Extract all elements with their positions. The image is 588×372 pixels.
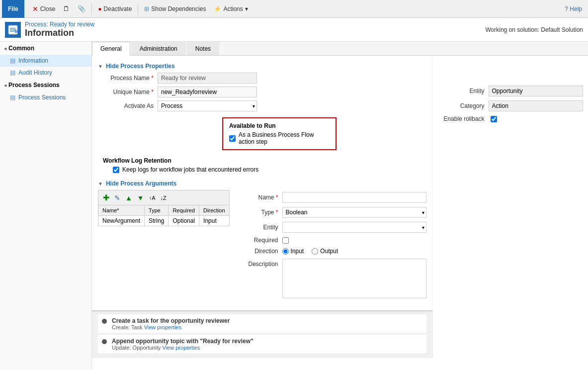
- sidebar: ◂ Common ▤ Information ▤ Audit History ◂…: [0, 42, 92, 370]
- arg-type-select[interactable]: Boolean DateTime Decimal Entity EntityCo…: [282, 207, 426, 218]
- args-table-area: ✚ ✎ ▲ ▼ ↑A ↓Z: [98, 190, 230, 302]
- arg-description-label: Description: [238, 259, 282, 268]
- activate-as-select[interactable]: Process Process Template: [158, 100, 257, 111]
- arg-entity-select[interactable]: [282, 222, 426, 233]
- table-row[interactable]: NewArgument String Optional Input: [98, 216, 230, 226]
- category-label: Category: [439, 102, 489, 109]
- tab-general[interactable]: General: [92, 42, 130, 56]
- page-icon: [5, 22, 21, 38]
- actions-button[interactable]: ⚡ Actions ▾: [210, 3, 252, 14]
- workflow-log-checkbox-row: Keep logs for workflow jobs that encount…: [113, 166, 426, 173]
- enable-rollback-label: Enable rollback: [439, 115, 489, 122]
- arg-direction-cell: Input: [199, 216, 229, 226]
- sidebar-item-audit-history[interactable]: ▤ Audit History: [0, 67, 91, 79]
- toolbar: File ✕ Close 🗒 📎 ● Deactivate ⊞ Show Dep…: [0, 0, 588, 18]
- direction-input-radio[interactable]: [282, 248, 289, 255]
- separator-2: [138, 3, 138, 15]
- arg-name-cell: NewArgument: [98, 216, 145, 226]
- bottom-section: Create a task for the opportunity review…: [92, 310, 432, 358]
- actions-icon: ⚡: [214, 5, 221, 12]
- args-up-button[interactable]: ▲: [124, 193, 134, 202]
- view-properties-link[interactable]: View properties: [144, 324, 182, 330]
- page-header: Process: Ready for review Information Wo…: [0, 18, 588, 42]
- deps-icon: ⊞: [144, 5, 149, 12]
- sub-entity: Opportunity: [133, 345, 161, 351]
- audit-icon: ▤: [10, 69, 15, 76]
- direction-output-radio[interactable]: [312, 248, 318, 255]
- left-col: ▼ Hide Process Properties Process Name *: [92, 56, 432, 358]
- view-properties-link[interactable]: View properties: [163, 345, 200, 351]
- args-edit-button[interactable]: ✎: [113, 193, 122, 202]
- args-sort-desc-button[interactable]: ↓Z: [159, 194, 168, 201]
- tab-notes[interactable]: Notes: [187, 42, 219, 55]
- sidebar-process-sessions-header[interactable]: ◂ Process Sessions: [0, 79, 91, 92]
- unique-name-label: Unique Name *: [98, 89, 158, 95]
- args-col-direction: Direction: [199, 205, 229, 216]
- arg-name-row: Name *: [238, 192, 426, 203]
- args-area: ✚ ✎ ▲ ▼ ↑A ↓Z: [98, 190, 426, 302]
- tab-administration[interactable]: Administration: [131, 42, 186, 55]
- process-name-input[interactable]: [158, 73, 257, 84]
- arg-description-textarea[interactable]: [282, 259, 426, 298]
- sub-entity: Task: [131, 324, 143, 330]
- direction-input-label[interactable]: Input: [282, 248, 304, 255]
- bullet-dot: [102, 339, 107, 344]
- args-col-name: Name*: [98, 205, 145, 216]
- enable-rollback-checkbox[interactable]: [491, 116, 497, 122]
- arg-name-input[interactable]: [282, 192, 426, 203]
- show-dependencies-button[interactable]: ⊞ Show Dependencies: [140, 3, 210, 14]
- args-add-button[interactable]: ✚: [101, 192, 111, 203]
- process-name-required: *: [151, 75, 154, 82]
- arg-required-checkbox[interactable]: [282, 237, 289, 244]
- direction-output-label[interactable]: Output: [312, 248, 338, 255]
- unique-name-input[interactable]: [158, 87, 257, 97]
- page-title: Information: [25, 28, 94, 38]
- bottom-item-content: Create a task for the opportunity review…: [112, 317, 422, 330]
- sub-type: Create:: [112, 324, 130, 330]
- deactivate-button[interactable]: ● Deactivate: [94, 3, 136, 14]
- file-button[interactable]: File: [2, 0, 24, 18]
- help-button[interactable]: ? Help: [565, 5, 586, 12]
- arg-direction-label: Direction: [238, 248, 282, 255]
- sidebar-item-information[interactable]: ▤ Information: [0, 55, 91, 67]
- chevron-ps-icon: ◂: [4, 83, 6, 88]
- section-triangle-icon: ▼: [98, 64, 103, 69]
- arg-type-row: Type * Boolean DateTime Decimal: [238, 207, 426, 218]
- bottom-item-title: Create a task for the opportunity review…: [112, 317, 422, 324]
- bottom-item-sub: Create: Task View properties: [112, 324, 422, 330]
- arg-required-cell: Optional: [168, 216, 199, 226]
- hide-process-args-header[interactable]: ▼ Hide Process Arguments: [98, 177, 426, 190]
- attach-icon: 📎: [78, 5, 85, 12]
- workflow-log-checkbox[interactable]: [113, 167, 119, 173]
- workflow-log-title: Workflow Log Retention: [103, 157, 426, 164]
- close-button[interactable]: ✕ Close: [28, 3, 60, 15]
- save-button[interactable]: 🗒: [59, 3, 74, 14]
- category-row: Category: [439, 100, 586, 111]
- bottom-items: Create a task for the opportunity review…: [98, 314, 426, 354]
- attach-button[interactable]: 📎: [74, 3, 89, 14]
- sub-type: Update:: [112, 345, 131, 351]
- sidebar-item-process-sessions[interactable]: ▤ Process Sessions: [0, 92, 91, 103]
- workflow-log-section: Workflow Log Retention Keep logs for wor…: [103, 157, 426, 173]
- sidebar-common-header[interactable]: ◂ Common: [0, 42, 91, 55]
- args-sort-asc-button[interactable]: ↑A: [148, 194, 157, 201]
- args-down-button[interactable]: ▼: [136, 193, 146, 202]
- arg-name-label: Name *: [238, 194, 282, 201]
- hide-process-props-header[interactable]: ▼ Hide Process Properties: [98, 60, 426, 73]
- bpf-checkbox[interactable]: [229, 135, 236, 142]
- process-name-label: Process Name *: [98, 75, 158, 82]
- enable-rollback-row: Enable rollback: [439, 115, 586, 122]
- actions-dropdown-icon: ▾: [245, 5, 248, 12]
- bottom-item-sub: Update: Opportunity View properties: [112, 345, 422, 351]
- chevron-down-icon: ◂: [4, 46, 6, 51]
- unique-name-row: Unique Name *: [98, 87, 426, 97]
- working-solution: Working on solution: Default Solution: [485, 26, 583, 33]
- breadcrumb[interactable]: Process: Ready for review: [25, 21, 94, 28]
- bpf-label: As a Business Process Flow action step: [239, 131, 330, 145]
- arg-description-row: Description: [238, 259, 426, 298]
- page-header-text: Process: Ready for review Information: [25, 21, 94, 38]
- args-table: Name* Type Required Direction NewArgumen…: [98, 205, 230, 226]
- header-left: Process: Ready for review Information: [5, 21, 94, 38]
- information-icon: ▤: [10, 57, 15, 64]
- arg-type-cell: String: [145, 216, 168, 226]
